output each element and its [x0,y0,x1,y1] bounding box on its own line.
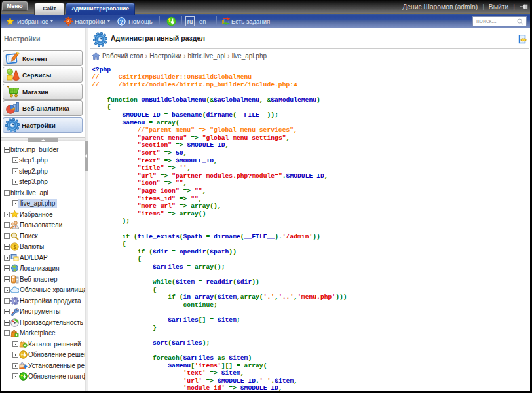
svg-text:$: $ [13,244,16,250]
svg-text:?: ? [120,18,124,25]
